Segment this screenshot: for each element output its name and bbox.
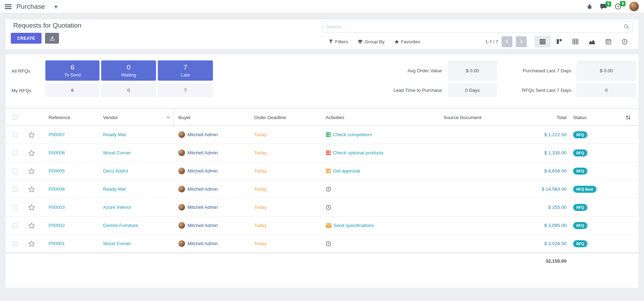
activities-menu[interactable]: 9: [615, 3, 621, 10]
row-checkbox[interactable]: [13, 223, 17, 228]
favorite-star-icon[interactable]: [28, 241, 35, 247]
messages-menu[interactable]: 5: [600, 3, 607, 10]
vendor-link[interactable]: Gemini Furniture: [103, 223, 138, 228]
activity-cell[interactable]: Check optional products: [321, 150, 412, 155]
buyer-link[interactable]: Mitchell Admin: [187, 150, 218, 155]
row-checkbox[interactable]: [13, 187, 17, 192]
row-checkbox[interactable]: [13, 241, 17, 246]
activity-cell[interactable]: Get approval: [321, 168, 412, 174]
column-header-reference[interactable]: Reference: [38, 109, 101, 126]
activity-cell[interactable]: [321, 241, 412, 247]
favorite-star-icon[interactable]: [28, 150, 35, 156]
column-header-buyer[interactable]: Buyer: [174, 109, 251, 126]
rfqs-sent-value[interactable]: 0: [576, 83, 636, 97]
favorite-star-icon[interactable]: [28, 132, 35, 138]
reference-link[interactable]: P00006: [49, 150, 65, 155]
table-row[interactable]: P00002 Gemini Furniture Mitchell Admin T…: [6, 216, 638, 235]
activity-cell[interactable]: [321, 186, 412, 192]
my-late-value[interactable]: 7: [158, 83, 213, 97]
column-header-order-deadline[interactable]: Order Deadline: [251, 109, 321, 126]
total-amount: $ 8,658.00: [513, 168, 569, 174]
column-header-source-document[interactable]: Source Document: [412, 109, 513, 126]
table-row[interactable]: P00004 Ready Mat Mitchell Admin Today $ …: [6, 180, 638, 198]
export-button[interactable]: [45, 33, 59, 44]
reference-link[interactable]: P00005: [49, 168, 65, 174]
reference-link[interactable]: P00002: [49, 223, 65, 228]
buyer-link[interactable]: Mitchell Admin: [187, 186, 218, 192]
activity-view-button[interactable]: [616, 36, 633, 47]
favorite-star-icon[interactable]: [28, 186, 35, 192]
filters-button[interactable]: Filters: [329, 39, 348, 44]
buyer-link[interactable]: Mitchell Admin: [187, 132, 218, 137]
activity-cell[interactable]: Send specifications: [321, 223, 412, 228]
purchased-last-7-days[interactable]: $ 0.00: [576, 60, 636, 81]
column-header-activities[interactable]: Activities: [321, 109, 412, 126]
user-avatar[interactable]: [629, 1, 639, 12]
table-header: Reference Vendor Buyer Order Deadline Ac…: [6, 108, 638, 126]
activity-clock-icon: [326, 205, 331, 210]
reference-link[interactable]: P00007: [49, 132, 65, 137]
favorites-button[interactable]: Favorites: [394, 39, 421, 44]
activity-label[interactable]: Check optional products: [333, 150, 384, 155]
activity-cell[interactable]: [321, 205, 412, 210]
buyer-link[interactable]: Mitchell Admin: [187, 241, 218, 246]
row-checkbox[interactable]: [13, 205, 17, 210]
card-to-send[interactable]: 6 To Send: [45, 60, 99, 81]
select-all-checkbox[interactable]: [13, 115, 17, 120]
calendar-view-button[interactable]: [600, 36, 616, 47]
pivot-view-button[interactable]: [567, 36, 584, 47]
column-header-total[interactable]: Total: [513, 109, 569, 126]
app-name[interactable]: Purchase: [16, 3, 45, 10]
new-tab-plus-icon[interactable]: +: [54, 3, 58, 10]
optional-columns-icon[interactable]: [618, 109, 638, 126]
my-waiting-value[interactable]: 0: [101, 83, 156, 97]
card-late[interactable]: 7 Late: [158, 60, 213, 81]
pager-previous-button[interactable]: [502, 36, 512, 47]
vendor-link[interactable]: Azure Interior: [103, 205, 131, 210]
graph-view-button[interactable]: [584, 36, 600, 47]
topbar-systray: 5 9: [587, 1, 639, 12]
list-view-button[interactable]: [534, 36, 551, 47]
vendor-link[interactable]: Wood Corner: [103, 150, 131, 155]
table-row[interactable]: P00007 Ready Mat Mitchell Admin Today Ch…: [6, 126, 638, 144]
card-waiting[interactable]: 0 Waiting: [101, 60, 156, 81]
buyer-link[interactable]: Mitchell Admin: [187, 205, 218, 210]
my-to-send-value[interactable]: 6: [45, 83, 99, 97]
activity-label[interactable]: Get approval: [333, 168, 360, 174]
vendor-link[interactable]: Ready Mat: [103, 186, 126, 192]
table-row[interactable]: P00001 Wood Corner Mitchell Admin Today …: [6, 235, 638, 253]
search-icon[interactable]: [624, 24, 629, 29]
search-input[interactable]: [323, 21, 633, 32]
kanban-view-button[interactable]: [551, 36, 567, 47]
activity-label[interactable]: Send specifications: [333, 223, 374, 228]
buyer-link[interactable]: Mitchell Admin: [187, 168, 218, 174]
reference-link[interactable]: P00003: [49, 205, 65, 210]
rfqs-sent-label: RFQs Sent Last 7 Days: [488, 88, 571, 93]
favorite-star-icon[interactable]: [28, 222, 35, 229]
favorite-star-icon[interactable]: [28, 204, 35, 211]
reference-link[interactable]: P00001: [49, 241, 65, 246]
table-row[interactable]: P00003 Azure Interior Mitchell Admin Tod…: [6, 198, 638, 216]
column-header-vendor[interactable]: Vendor: [101, 109, 174, 126]
vendor-link[interactable]: Deco Addict: [103, 168, 128, 174]
pager-next-button[interactable]: [516, 36, 527, 47]
row-checkbox[interactable]: [13, 150, 17, 155]
favorite-star-icon[interactable]: [28, 168, 35, 174]
table-row[interactable]: P00006 Wood Corner Mitchell Admin Today …: [6, 144, 638, 162]
create-button[interactable]: CREATE: [11, 33, 42, 44]
vendor-link[interactable]: Ready Mat: [103, 132, 126, 137]
activity-label[interactable]: Check competitors: [333, 132, 372, 137]
reference-link[interactable]: P00004: [49, 186, 65, 192]
activity-cell[interactable]: Check competitors: [321, 132, 412, 137]
bug-icon[interactable]: [587, 4, 592, 9]
hamburger-menu-icon[interactable]: [5, 4, 12, 9]
pager-range[interactable]: 1-7 / 7: [485, 39, 498, 44]
vendor-link[interactable]: Wood Corner: [103, 241, 131, 246]
activity-list-icon: [326, 150, 331, 155]
buyer-link[interactable]: Mitchell Admin: [187, 223, 218, 228]
column-header-status[interactable]: Status: [569, 109, 618, 126]
table-row[interactable]: P00005 Deco Addict Mitchell Admin Today …: [6, 162, 638, 180]
group-by-button[interactable]: Group By: [358, 39, 385, 44]
row-checkbox[interactable]: [13, 169, 17, 174]
row-checkbox[interactable]: [13, 132, 17, 137]
